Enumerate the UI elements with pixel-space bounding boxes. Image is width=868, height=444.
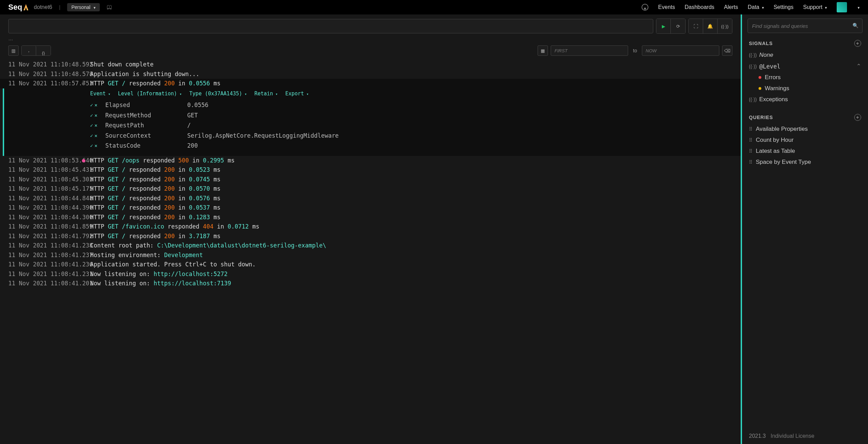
event-row[interactable]: 11 Nov 2021 11:08:41.201Now listening on… — [0, 279, 741, 288]
check-icon[interactable]: ✓ — [90, 132, 93, 139]
query-item[interactable]: ⠿Space by Event Type — [742, 157, 868, 168]
play-icon: ▶ — [662, 24, 665, 29]
detail-action[interactable]: Level (Information) — [118, 90, 182, 98]
bookmark-icon[interactable]: 🕮 — [107, 4, 112, 10]
event-row[interactable]: 11 Nov 2021 11:08:41.238Content root pat… — [0, 241, 741, 251]
to-label: to — [633, 48, 637, 53]
check-icon[interactable]: ✓ — [90, 142, 93, 149]
query-item[interactable]: ⠿Available Properties — [742, 124, 868, 135]
logo-icon — [23, 4, 28, 10]
level-dot — [82, 63, 85, 66]
event-row[interactable]: 11 Nov 2021 11:08:45.431HTTP GET / respo… — [0, 165, 741, 175]
check-icon[interactable]: ✓ — [90, 112, 93, 119]
stream-button[interactable]: ((·)) — [718, 19, 732, 33]
event-row[interactable]: 11 Nov 2021 11:08:41.859HTTP GET /favico… — [0, 222, 741, 232]
timestamp: 11 Nov 2021 11:08:41.792 — [8, 232, 77, 241]
property-value: / — [187, 121, 191, 130]
query-item[interactable]: ⠿Count by Hour — [742, 135, 868, 146]
nav-dashboards[interactable]: Dashboards — [685, 4, 714, 10]
nav-left: dotnet6 | Personal 🕮 — [34, 3, 112, 11]
level-dot — [82, 178, 85, 181]
signal-exceptions[interactable]: ((·)) Exceptions — [742, 94, 868, 105]
signal-icon: ((·)) — [749, 64, 756, 69]
user-menu-chevron[interactable] — [857, 4, 860, 10]
braces-button[interactable]: {} — [36, 46, 51, 56]
event-row[interactable]: 11 Nov 2021 11:08:44.390HTTP GET / respo… — [0, 203, 741, 213]
warning-bullet-icon — [759, 87, 761, 90]
add-query-button[interactable]: + — [854, 114, 861, 121]
event-row[interactable]: 11 Nov 2021 11:08:41.792HTTP GET / respo… — [0, 232, 741, 241]
clear-range-button[interactable]: ⌫ — [722, 45, 732, 56]
message: HTTP GET / responded 200 in 0.1283 ms — [90, 213, 732, 222]
nav-events[interactable]: Events — [658, 4, 675, 10]
message: HTTP GET / responded 200 in 0.0576 ms — [90, 194, 732, 203]
run-button[interactable]: ▶ — [656, 19, 671, 33]
nav-alerts[interactable]: Alerts — [724, 4, 738, 10]
braces-icon: {} — [42, 51, 45, 56]
signal-warnings[interactable]: Warnings — [742, 83, 868, 94]
event-row[interactable]: 11 Nov 2021 11:08:41.236Application star… — [0, 260, 741, 269]
quote-button[interactable]: ＇ — [22, 46, 36, 56]
message: HTTP GET / responded 200 in 0.0745 ms — [90, 175, 732, 184]
query-item[interactable]: ⠿Latest as Table — [742, 146, 868, 157]
theme-toggle-icon[interactable] — [642, 4, 648, 11]
x-icon[interactable]: ✕ — [94, 122, 97, 129]
calendar-icon: ▦ — [541, 48, 545, 53]
from-date-input[interactable] — [551, 45, 628, 56]
detail-action[interactable]: Retain — [254, 90, 278, 98]
detail-action[interactable]: Type (0x37AA1435) — [189, 90, 247, 98]
property-key: RequestPath — [105, 121, 184, 130]
detail-action[interactable]: Export — [285, 90, 309, 98]
property-key: Elapsed — [105, 101, 184, 110]
workspace-dropdown[interactable]: Personal — [67, 3, 99, 11]
message: Hosting environment: Development — [90, 251, 732, 260]
signal-icon: ((·)) — [721, 24, 728, 29]
x-icon[interactable]: ✕ — [94, 112, 97, 119]
event-row[interactable]: 11 Nov 2021 11:08:53.640HTTP GET /oops r… — [0, 156, 741, 166]
signal-level[interactable]: ((·)) @Level ⌃ — [742, 61, 868, 72]
quote-icon: ＇ — [27, 50, 31, 56]
event-row[interactable]: 11 Nov 2021 11:08:45.175HTTP GET / respo… — [0, 184, 741, 194]
event-row[interactable]: 11 Nov 2021 11:10:48.592Shut down comple… — [0, 60, 741, 70]
sidebar-search-input[interactable] — [748, 19, 862, 33]
timestamp: 11 Nov 2021 11:10:48.592 — [8, 60, 77, 69]
signal-errors[interactable]: Errors — [742, 72, 868, 83]
add-signal-button[interactable]: + — [854, 40, 861, 47]
topbar: Seq dotnet6 | Personal 🕮 Events Dashboar… — [0, 0, 868, 14]
signal-none[interactable]: ((·)) None — [742, 50, 868, 61]
logo[interactable]: Seq — [8, 3, 28, 12]
timestamp: 11 Nov 2021 11:08:45.303 — [8, 175, 77, 184]
check-icon[interactable]: ✓ — [90, 122, 93, 129]
event-row[interactable]: 11 Nov 2021 11:08:41.231Now listening on… — [0, 269, 741, 279]
calendar-button[interactable]: ▦ — [538, 45, 548, 56]
check-icon[interactable]: ✓ — [90, 102, 93, 109]
level-dot — [82, 197, 85, 200]
level-dot — [82, 73, 85, 76]
level-dot — [82, 82, 85, 85]
project-link[interactable]: dotnet6 — [34, 4, 52, 10]
event-row[interactable]: 11 Nov 2021 11:08:45.303HTTP GET / respo… — [0, 175, 741, 184]
x-icon[interactable]: ✕ — [94, 142, 97, 149]
timestamp: 11 Nov 2021 11:08:41.859 — [8, 222, 77, 231]
expand-button[interactable]: ⛶ — [689, 19, 703, 33]
chart-toggle-button[interactable]: ▥ — [8, 45, 19, 56]
event-row[interactable]: 11 Nov 2021 11:08:57.753HTTP GET / respo… — [0, 79, 741, 88]
refresh-button[interactable]: ⟳ — [671, 19, 685, 33]
nav-settings[interactable]: Settings — [774, 4, 794, 10]
avatar[interactable] — [837, 2, 847, 12]
x-icon[interactable]: ✕ — [94, 132, 97, 139]
event-row[interactable]: 11 Nov 2021 11:10:48.578Application is s… — [0, 70, 741, 79]
nav-support[interactable]: Support — [803, 4, 827, 10]
alert-button[interactable]: 🔔 — [703, 19, 718, 33]
message: HTTP GET / responded 200 in 0.0556 ms — [90, 79, 732, 88]
x-icon[interactable]: ✕ — [94, 102, 97, 109]
event-row[interactable]: 11 Nov 2021 11:08:44.848HTTP GET / respo… — [0, 194, 741, 203]
grid-icon: ⠿ — [749, 137, 752, 143]
nav-data[interactable]: Data — [748, 4, 764, 10]
to-date-input[interactable] — [642, 45, 719, 56]
detail-action[interactable]: Event — [90, 90, 110, 98]
event-row[interactable]: 11 Nov 2021 11:08:44.300HTTP GET / respo… — [0, 213, 741, 222]
timestamp: 11 Nov 2021 11:08:45.175 — [8, 184, 77, 193]
event-row[interactable]: 11 Nov 2021 11:08:41.237Hosting environm… — [0, 251, 741, 260]
query-input[interactable] — [8, 19, 653, 33]
